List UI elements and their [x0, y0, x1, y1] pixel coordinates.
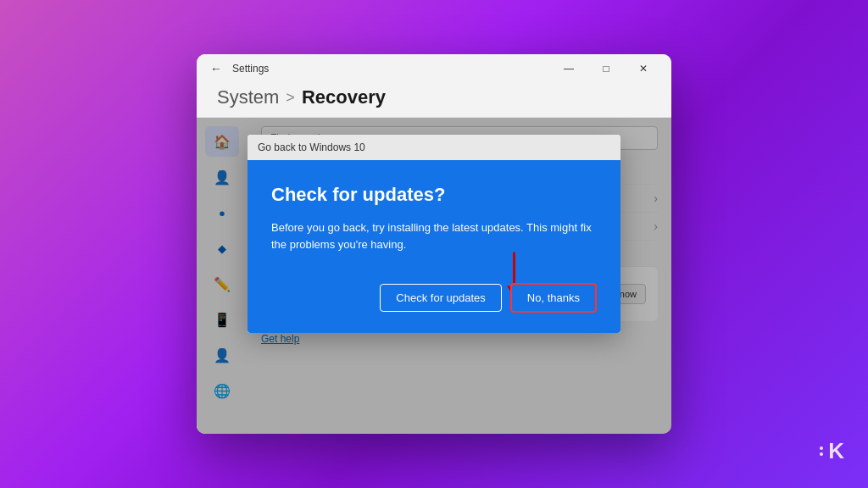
window-controls: — □ ✕	[551, 56, 661, 81]
breadcrumb: System > Recovery	[217, 86, 651, 108]
logo-dots	[820, 446, 823, 456]
logo-dot-2	[820, 452, 823, 456]
breadcrumb-chevron-icon: >	[286, 89, 295, 107]
title-bar: ← Settings — □ ✕	[197, 54, 671, 83]
back-button[interactable]: ←	[207, 59, 225, 78]
maximize-button[interactable]: □	[588, 56, 624, 81]
no-thanks-button[interactable]: No, thanks	[510, 283, 597, 313]
breadcrumb-system[interactable]: System	[217, 86, 279, 108]
breadcrumb-recovery: Recovery	[302, 86, 386, 108]
settings-body: 🏠 👤 ● ◆ ✏️ 📱 👤 🌐 Gaming Accessibility ›	[197, 118, 671, 434]
settings-header: System > Recovery	[197, 83, 671, 118]
knowtechie-logo: K	[820, 438, 844, 464]
logo-letter: K	[828, 438, 844, 464]
dialog-titlebar: Go back to Windows 10	[248, 135, 620, 160]
dialog-buttons: Check for updates No, thanks	[271, 283, 597, 313]
minimize-button[interactable]: —	[551, 56, 587, 81]
dialog-titlebar-label: Go back to Windows 10	[258, 141, 365, 153]
close-button[interactable]: ✕	[626, 56, 661, 81]
dialog-text: Before you go back, try installing the l…	[271, 219, 597, 252]
check-for-updates-button[interactable]: Check for updates	[380, 284, 502, 312]
dialog-overlay: Go back to Windows 10 Check for updates?…	[197, 118, 671, 434]
dialog-title: Check for updates?	[271, 184, 597, 206]
window-title: Settings	[232, 63, 551, 75]
dialog-body: Check for updates? Before you go back, t…	[248, 160, 620, 333]
settings-window: ← Settings — □ ✕ System > Recovery 🏠 👤 ●…	[197, 54, 671, 434]
logo-dot-1	[820, 446, 823, 450]
check-updates-dialog: Go back to Windows 10 Check for updates?…	[248, 135, 620, 333]
